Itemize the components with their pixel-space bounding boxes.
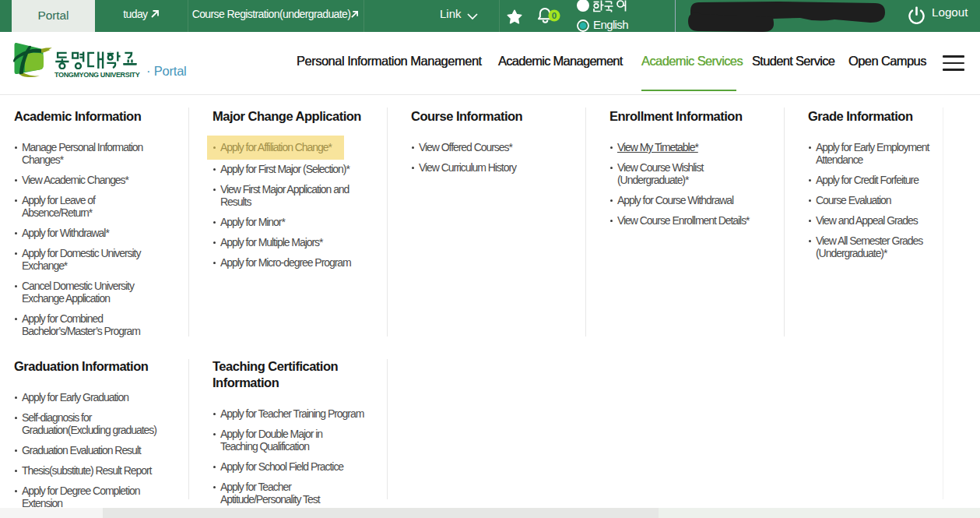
svg-text:0: 0 xyxy=(552,11,557,20)
